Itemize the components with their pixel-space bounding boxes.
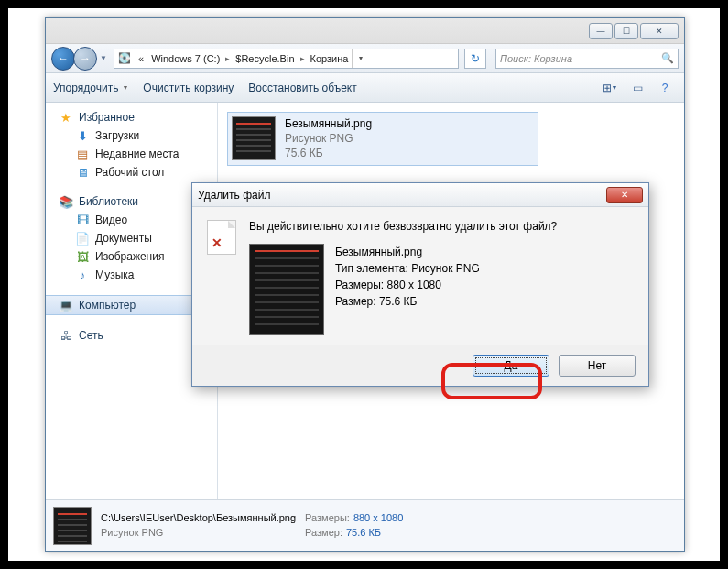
sidebar-item-downloads[interactable]: ⬇Загрузки — [46, 126, 217, 145]
close-button[interactable]: ✕ — [640, 23, 679, 39]
search-placeholder: Поиск: Корзина — [500, 53, 572, 64]
download-icon: ⬇ — [75, 128, 90, 143]
chevron-right-icon: ▸ — [223, 54, 232, 63]
minimize-button[interactable]: — — [589, 23, 613, 39]
file-item[interactable]: Безымянный.png Рисунок PNG 75.6 КБ — [227, 112, 538, 166]
file-name: Безымянный.png — [285, 116, 372, 131]
details-size-label: Размер: — [305, 527, 342, 538]
help-button[interactable]: ? — [653, 78, 677, 98]
details-dims-value: 880 x 1080 — [353, 512, 403, 523]
nav-history-dropdown[interactable]: ▼ — [97, 48, 110, 70]
no-button[interactable]: Нет — [559, 355, 636, 377]
file-size: 75.6 КБ — [285, 146, 372, 160]
restore-item-button[interactable]: Восстановить объект — [248, 82, 356, 94]
library-icon: 📚 — [59, 194, 73, 209]
delete-file-dialog: Удалить файл ✕ ✕ Вы действительно хотите… — [191, 182, 649, 387]
sidebar-favorites[interactable]: ★Избранное — [46, 108, 217, 126]
breadcrumb-segment[interactable]: Windows 7 (C:) — [147, 53, 223, 64]
desktop-icon: 🖥 — [75, 165, 90, 180]
music-icon: ♪ — [75, 268, 90, 282]
file-type: Рисунок PNG — [285, 131, 372, 146]
star-icon: ★ — [59, 110, 73, 125]
recent-icon: ▤ — [75, 147, 90, 161]
dialog-footer: Да Нет — [192, 345, 648, 386]
empty-recycle-button[interactable]: Очистить корзину — [143, 82, 234, 94]
details-pane: C:\Users\IEUser\Desktop\Безымянный.png Р… — [46, 499, 684, 551]
details-thumbnail — [53, 507, 92, 545]
titlebar: — ☐ ✕ — [46, 18, 684, 44]
search-input[interactable]: Поиск: Корзина 🔍 — [495, 49, 679, 69]
dialog-file-name: Безымянный.png — [335, 244, 480, 260]
dialog-title: Удалить файл — [198, 189, 270, 202]
dialog-titlebar: Удалить файл ✕ — [192, 183, 648, 207]
preview-pane-button[interactable]: ▭ — [625, 78, 649, 98]
toolbar: Упорядочить ▼ Очистить корзину Восстанов… — [46, 73, 684, 103]
delete-file-icon: ✕ — [207, 220, 236, 255]
search-icon: 🔍 — [661, 52, 674, 64]
dialog-question: Вы действительно хотите безвозвратно уда… — [249, 220, 634, 233]
breadcrumb-dropdown[interactable]: ▾ — [352, 49, 368, 68]
nav-forward-button[interactable]: → — [73, 47, 97, 71]
chevron-down-icon: ▼ — [122, 84, 128, 91]
dialog-close-button[interactable]: ✕ — [606, 187, 643, 203]
breadcrumb[interactable]: 💽 « Windows 7 (C:) ▸ $Recycle.Bin ▸ Корз… — [114, 49, 459, 69]
view-options-button[interactable]: ⊞ ▼ — [598, 78, 622, 98]
chevron-right-icon: ▸ — [299, 54, 307, 63]
breadcrumb-segment[interactable]: « — [135, 53, 147, 64]
refresh-button[interactable]: ↻ — [464, 49, 486, 69]
nav-back-button[interactable]: ← — [51, 47, 75, 71]
dialog-file-size: Размер: 75.6 КБ — [335, 293, 480, 310]
sidebar-item-desktop[interactable]: 🖥Рабочий стол — [46, 163, 217, 181]
details-dims-label: Размеры: — [305, 512, 350, 523]
navbar: ← → ▼ 💽 « Windows 7 (C:) ▸ $Recycle.Bin … — [46, 44, 684, 73]
video-icon: 🎞 — [75, 213, 90, 227]
dialog-file-dims: Размеры: 880 x 1080 — [335, 277, 480, 293]
file-thumbnail — [232, 116, 276, 160]
dialog-file-info: Безымянный.png Тип элемента: Рисунок PNG… — [335, 244, 480, 335]
maximize-button[interactable]: ☐ — [614, 23, 638, 39]
dialog-file-thumbnail — [249, 244, 324, 335]
file-meta: Безымянный.png Рисунок PNG 75.6 КБ — [285, 116, 372, 161]
network-icon: 🖧 — [59, 328, 73, 343]
breadcrumb-segment[interactable]: Корзина — [307, 53, 353, 64]
details-type: Рисунок PNG — [101, 526, 296, 540]
drive-icon: 💽 — [116, 50, 133, 67]
yes-button[interactable]: Да — [473, 355, 549, 377]
sidebar-item-recent[interactable]: ▤Недавние места — [46, 145, 217, 163]
image-icon: 🖼 — [75, 249, 90, 264]
details-size-value: 75.6 КБ — [346, 527, 381, 538]
document-icon: 📄 — [75, 231, 90, 246]
breadcrumb-segment[interactable]: $Recycle.Bin — [232, 53, 298, 64]
computer-icon: 💻 — [59, 298, 73, 312]
details-path: C:\Users\IEUser\Desktop\Безымянный.png — [101, 511, 296, 525]
dialog-file-type: Тип элемента: Рисунок PNG — [335, 260, 480, 277]
organize-button[interactable]: Упорядочить ▼ — [53, 82, 128, 94]
